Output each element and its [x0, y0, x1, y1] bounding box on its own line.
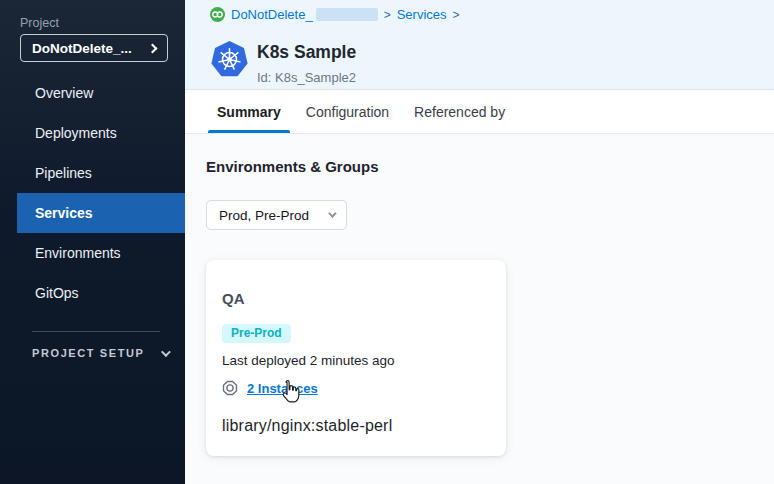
breadcrumb-services-link[interactable]: Services [397, 7, 447, 22]
project-setup-toggle[interactable]: PROJECT SETUP [32, 347, 168, 359]
sidebar-nav: Overview Deployments Pipelines Services … [0, 73, 185, 313]
instances-link[interactable]: 2 Instances [247, 381, 318, 396]
chevron-right-icon [148, 43, 158, 53]
tab-referenced-by[interactable]: Referenced by [405, 90, 514, 133]
summary-content: Environments & Groups Prod, Pre-Prod QA … [185, 134, 774, 483]
environment-name: QA [222, 260, 490, 307]
sidebar: Project DoNotDelete_... Overview Deploym… [0, 0, 185, 484]
service-title-block: K8s Sample Id: K8s_Sample2 [211, 41, 356, 85]
sidebar-item-environments[interactable]: Environments [0, 233, 185, 273]
project-selector-value: DoNotDelete_... [32, 41, 132, 56]
project-label: Project [20, 16, 59, 30]
instances-row: 2 Instances [222, 380, 490, 396]
instances-gear-icon [222, 380, 238, 396]
environment-filter-dropdown[interactable]: Prod, Pre-Prod [206, 200, 347, 230]
artifact-name: library/nginx:stable-perl [222, 417, 490, 435]
breadcrumb-project-link[interactable]: DoNotDelete_ [231, 7, 313, 22]
chevron-down-icon [328, 209, 336, 217]
title-texts: K8s Sample Id: K8s_Sample2 [257, 41, 356, 85]
tab-configuration[interactable]: Configuration [297, 90, 398, 133]
environment-card-qa: QA Pre-Prod Last deployed 2 minutes ago … [206, 260, 506, 456]
sidebar-item-deployments[interactable]: Deployments [0, 113, 185, 153]
sidebar-item-overview[interactable]: Overview [0, 73, 185, 113]
app-window: Project DoNotDelete_... Overview Deploym… [0, 0, 774, 484]
kubernetes-wheel-icon [211, 41, 248, 78]
tab-summary[interactable]: Summary [208, 90, 290, 133]
environments-groups-heading: Environments & Groups [206, 158, 774, 175]
project-setup-label: PROJECT SETUP [32, 347, 145, 359]
breadcrumb-separator: > [453, 8, 460, 22]
main-panel: DoNotDelete_ > Services > [185, 0, 774, 484]
sidebar-item-services[interactable]: Services [17, 193, 185, 233]
environment-filter-value: Prod, Pre-Prod [219, 208, 309, 223]
sidebar-item-pipelines[interactable]: Pipelines [0, 153, 185, 193]
page-header: DoNotDelete_ > Services > [185, 0, 774, 90]
last-deployed-text: Last deployed 2 minutes ago [222, 353, 490, 368]
redaction-box [316, 8, 378, 21]
project-green-rings-icon [210, 7, 225, 22]
project-selector-dropdown[interactable]: DoNotDelete_... [20, 34, 168, 62]
sidebar-item-gitops[interactable]: GitOps [0, 273, 185, 313]
page-title: K8s Sample [257, 41, 356, 63]
breadcrumb: DoNotDelete_ > Services > [210, 7, 460, 22]
breadcrumb-separator: > [384, 8, 391, 22]
service-id: Id: K8s_Sample2 [257, 70, 356, 85]
chevron-down-icon [160, 347, 170, 357]
environment-type-badge: Pre-Prod [222, 324, 291, 343]
sidebar-divider [32, 331, 160, 332]
tab-bar: Summary Configuration Referenced by [185, 90, 774, 134]
